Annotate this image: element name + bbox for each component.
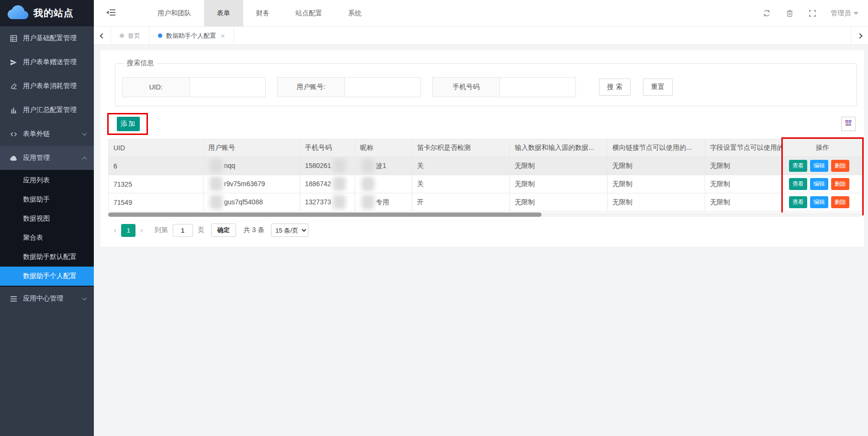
sidebar-subitem[interactable]: 数据助手 [0, 190, 94, 209]
view-button[interactable]: 查看 [789, 178, 807, 190]
tab-dot-icon [120, 34, 124, 38]
search-legend: 搜索信息 [124, 59, 157, 67]
delete-button[interactable]: 删除 [831, 196, 849, 208]
fullscreen-icon[interactable] [801, 10, 824, 17]
chevron-left-icon [100, 33, 105, 38]
data-table-wrap: UID用户账号手机号码昵称笛卡尔积是否检测输入数据和输入源的数据...横向链接节… [108, 139, 863, 217]
cell-actions: 查看编辑删除 [783, 157, 863, 175]
column-header: 用户账号 [203, 139, 300, 157]
column-header: 手机号码 [300, 139, 355, 157]
nav-tab[interactable]: 系统 [335, 0, 374, 26]
add-button-highlight-box: 添加 [107, 113, 148, 135]
menu-icon [10, 295, 17, 302]
sidebar-item[interactable]: 表单外链 [0, 122, 94, 146]
sidebar-item[interactable]: 应用管理 [0, 146, 94, 170]
cell-actions: 查看编辑删除 [783, 193, 863, 212]
cell-uid: 71325 [109, 175, 203, 193]
prev-page-button[interactable]: ‹ [109, 226, 121, 235]
search-button[interactable]: 搜 索 [599, 78, 631, 96]
redacted-blur [361, 158, 374, 173]
view-button[interactable]: 查看 [789, 160, 807, 172]
breadcrumb-tabs: 首页数据助手个人配置× [111, 27, 234, 45]
cell-field-limit: 无限制 [705, 175, 783, 193]
delete-button[interactable]: 删除 [831, 160, 849, 172]
column-header: 操作 [783, 139, 863, 157]
sidebar-subitem[interactable]: 聚合表 [0, 228, 94, 247]
nav-tab[interactable]: 用户和团队 [145, 0, 204, 26]
sidebar-subitem[interactable]: 数据助手默认配置 [0, 247, 94, 267]
user-menu[interactable]: 管理员 [831, 9, 858, 18]
grid-icon [10, 34, 17, 42]
redacted-blur [333, 158, 346, 173]
page-unit-label: 页 [198, 226, 204, 235]
column-header: UID [109, 139, 203, 157]
field-input[interactable] [345, 78, 420, 97]
cell-field-limit: 无限制 [705, 193, 783, 212]
breadcrumb-tab[interactable]: 数据助手个人配置× [149, 27, 234, 45]
search-field: 用户账号: [277, 77, 421, 97]
redacted-blur [210, 195, 223, 209]
redacted-blur [361, 177, 374, 191]
cell-link-limit: 无限制 [608, 175, 705, 193]
link-icon [10, 130, 17, 138]
bar-chart-icon [10, 106, 17, 114]
nav-tab[interactable]: 表单 [204, 0, 243, 26]
cell-cartesian: 开 [412, 193, 510, 212]
cell-input-limit: 无限制 [510, 193, 608, 212]
app-logo: 我的站点 [0, 0, 94, 26]
trash-icon[interactable] [778, 10, 801, 17]
goto-page-input[interactable] [173, 224, 193, 237]
edit-button[interactable]: 编辑 [810, 178, 828, 190]
sidebar-subitem[interactable]: 数据视图 [0, 209, 94, 228]
user-menu-label: 管理员 [831, 9, 851, 18]
sidebar-item[interactable]: 用户表单赠送管理 [0, 50, 94, 74]
sidebar-item[interactable]: 用户表单消耗管理 [0, 74, 94, 98]
goto-confirm-button[interactable]: 确定 [211, 224, 236, 237]
top-navbar: 用户和团队表单财务站点配置系统 [94, 0, 868, 26]
collapse-sidebar-button[interactable] [94, 8, 127, 19]
cell-account: r9v75m63679 [203, 175, 300, 193]
topbar-actions: 管理员 [755, 9, 868, 18]
edit-button[interactable]: 编辑 [810, 196, 828, 208]
sidebar-subitem[interactable]: 应用列表 [0, 171, 94, 190]
sidebar-subitem[interactable]: 数据助手个人配置 [0, 267, 94, 286]
horizontal-scrollbar [108, 212, 862, 217]
field-label: UID: [123, 78, 190, 97]
field-input[interactable] [500, 78, 575, 97]
add-button[interactable]: 添加 [117, 117, 140, 131]
pagination: ‹ 1 › 到第 页 确定 共 3 条 15 条/页 [109, 224, 864, 237]
next-page-button[interactable]: › [135, 226, 147, 235]
sidebar-item[interactable]: 应用中心管理 [0, 287, 94, 311]
sidebar-submenu: 应用列表数据助手数据视图聚合表数据助手默认配置数据助手个人配置 [0, 170, 94, 287]
content-panel: 搜索信息 UID:用户账号:手机号码 搜 索 重置 添加 [101, 50, 864, 246]
delete-button[interactable]: 删除 [831, 178, 849, 190]
sidebar-item[interactable]: 用户基础配置管理 [0, 26, 94, 50]
scrollbar-thumb[interactable] [108, 212, 541, 217]
chevron-down-icon [82, 131, 87, 136]
page-size-select[interactable]: 15 条/页 [271, 224, 308, 237]
goto-label: 到第 [155, 226, 168, 235]
breadcrumb-tab[interactable]: 首页 [111, 27, 149, 45]
cell-link-limit: 无限制 [608, 193, 705, 212]
cell-input-limit: 无限制 [510, 175, 608, 193]
tabs-scroll-left-button[interactable] [94, 27, 111, 45]
view-button[interactable]: 查看 [789, 196, 807, 208]
cell-nickname: 专用 [355, 193, 412, 212]
cell-input-limit: 无限制 [510, 157, 608, 175]
search-field: UID: [122, 77, 266, 97]
chevron-up-icon [82, 157, 87, 161]
field-input[interactable] [190, 78, 265, 97]
tabs-scroll-right-button[interactable] [851, 27, 868, 45]
search-field: 手机号码 [432, 77, 576, 97]
current-page-button[interactable]: 1 [121, 224, 135, 237]
edit-button[interactable]: 编辑 [810, 160, 828, 172]
nav-tab[interactable]: 站点配置 [282, 0, 335, 26]
sidebar-item[interactable]: 用户汇总配置管理 [0, 98, 94, 122]
refresh-icon[interactable] [755, 9, 778, 17]
nav-tab[interactable]: 财务 [243, 0, 282, 26]
cell-phone: 1327373 [300, 193, 355, 212]
cell-actions: 查看编辑删除 [783, 175, 863, 193]
close-icon[interactable]: × [221, 32, 225, 40]
column-settings-button[interactable] [841, 117, 856, 131]
reset-button[interactable]: 重置 [643, 78, 673, 96]
